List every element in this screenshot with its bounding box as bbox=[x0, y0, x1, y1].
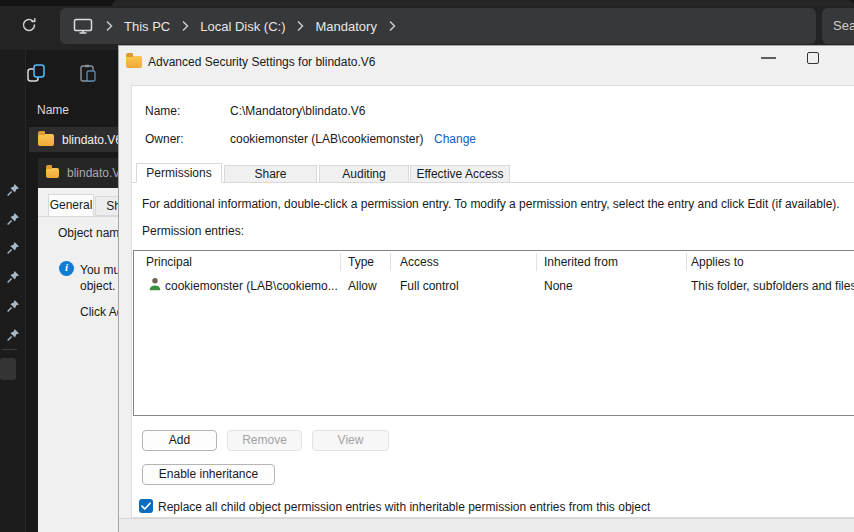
info-text-line1: You must bbox=[80, 263, 118, 277]
cell-inherited-from: None bbox=[544, 279, 573, 293]
breadcrumb-mandatory[interactable]: Mandatory bbox=[315, 19, 376, 34]
pin-icon[interactable] bbox=[6, 183, 20, 197]
screen: This PC Local Disk (C:) Mandatory Sea bbox=[0, 0, 854, 532]
instruction-text: For additional information, double-click… bbox=[142, 197, 840, 211]
column-separator bbox=[390, 253, 391, 271]
view-button[interactable]: View bbox=[312, 430, 389, 451]
change-owner-link[interactable]: Change bbox=[434, 132, 476, 146]
column-header-type[interactable]: Type bbox=[348, 255, 374, 269]
minimize-button[interactable] bbox=[761, 57, 776, 59]
chevron-right-icon bbox=[388, 20, 396, 32]
enable-inheritance-button[interactable]: Enable inheritance bbox=[142, 464, 275, 485]
file-row-blindato[interactable]: blindato.V6 bbox=[29, 127, 118, 152]
advanced-security-dialog: Advanced Security Settings for blindato.… bbox=[118, 45, 854, 532]
properties-titlebar: blindato.V bbox=[38, 158, 118, 188]
folder-icon bbox=[38, 134, 54, 146]
name-value: C:\Mandatory\blindato.V6 bbox=[230, 104, 365, 118]
file-name: blindato.V6 bbox=[62, 133, 118, 147]
tab-permissions[interactable]: Permissions bbox=[136, 163, 222, 183]
tab-auditing[interactable]: Auditing bbox=[319, 165, 409, 183]
table-row[interactable]: cookiemonster (LAB\cookiemo... Allow Ful… bbox=[134, 275, 854, 295]
pin-icon[interactable] bbox=[6, 241, 20, 255]
search-input[interactable]: Sea bbox=[822, 8, 854, 44]
column-header-principal[interactable]: Principal bbox=[146, 255, 192, 269]
permission-entries-table: Principal Type Access Inherited from App… bbox=[133, 250, 854, 416]
maximize-button[interactable] bbox=[807, 52, 819, 64]
info-text-line3: Click Add bbox=[80, 305, 118, 319]
info-icon: i bbox=[59, 261, 74, 276]
quick-access-rail bbox=[0, 50, 26, 532]
pin-icon[interactable] bbox=[6, 328, 20, 342]
chevron-right-icon bbox=[105, 20, 113, 32]
chevron-right-icon bbox=[296, 20, 304, 32]
cell-access: Full control bbox=[400, 279, 459, 293]
tab-general[interactable]: General bbox=[48, 194, 94, 216]
permission-entries-label: Permission entries: bbox=[142, 224, 244, 238]
user-icon bbox=[148, 277, 162, 294]
paste-icon[interactable] bbox=[78, 63, 100, 85]
tab-share-properties[interactable]: Sha bbox=[95, 196, 118, 216]
column-header-inherited-from[interactable]: Inherited from bbox=[544, 255, 618, 269]
owner-value: cookiemonster (LAB\cookiemonster) bbox=[230, 132, 423, 146]
rail-divider bbox=[2, 349, 17, 350]
replace-permissions-checkbox[interactable] bbox=[139, 499, 153, 513]
add-button[interactable]: Add bbox=[142, 430, 217, 451]
name-label: Name: bbox=[145, 104, 180, 118]
pin-icon[interactable] bbox=[6, 270, 20, 284]
tab-share[interactable]: Share bbox=[224, 165, 317, 183]
column-separator bbox=[686, 253, 687, 271]
refresh-icon[interactable] bbox=[20, 16, 38, 34]
check-icon bbox=[139, 499, 153, 513]
column-header-access[interactable]: Access bbox=[400, 255, 439, 269]
column-separator bbox=[340, 253, 341, 271]
dialog-title: Advanced Security Settings for blindato.… bbox=[148, 55, 375, 69]
copy-icon[interactable] bbox=[26, 63, 48, 85]
breadcrumb-local-disk[interactable]: Local Disk (C:) bbox=[200, 19, 285, 34]
folder-icon bbox=[46, 168, 59, 178]
tab-effective-access[interactable]: Effective Access bbox=[410, 165, 510, 183]
dialog-content-panel: Name: C:\Mandatory\blindato.V6 Owner: co… bbox=[131, 85, 854, 518]
pin-icon[interactable] bbox=[6, 212, 20, 226]
this-pc-icon[interactable] bbox=[72, 17, 94, 35]
column-separator bbox=[536, 253, 537, 271]
cell-principal: cookiemonster (LAB\cookiemo... bbox=[165, 279, 338, 293]
properties-dialog: blindato.V General Sha Object name: i Yo… bbox=[38, 158, 118, 532]
name-column-header[interactable]: Name bbox=[37, 103, 69, 117]
pin-icon[interactable] bbox=[6, 299, 20, 313]
breadcrumb: This PC Local Disk (C:) Mandatory bbox=[60, 8, 816, 44]
properties-title: blindato.V bbox=[67, 166, 118, 180]
folder-icon bbox=[126, 56, 142, 68]
replace-permissions-label: Replace all child object permission entr… bbox=[158, 500, 650, 514]
remove-button[interactable]: Remove bbox=[227, 430, 302, 451]
column-header-applies-to[interactable]: Applies to bbox=[691, 255, 744, 269]
owner-label: Owner: bbox=[145, 132, 184, 146]
breadcrumb-this-pc[interactable]: This PC bbox=[124, 19, 170, 34]
info-text-line2: object. bbox=[80, 279, 115, 293]
chevron-right-icon bbox=[181, 20, 189, 32]
cell-type: Allow bbox=[348, 279, 377, 293]
dialog-footer bbox=[119, 518, 854, 532]
cell-applies-to: This folder, subfolders and files bbox=[691, 279, 854, 293]
rail-selected-item[interactable] bbox=[0, 358, 16, 380]
object-name-label: Object name: bbox=[58, 226, 118, 240]
tab-divider bbox=[38, 216, 118, 217]
